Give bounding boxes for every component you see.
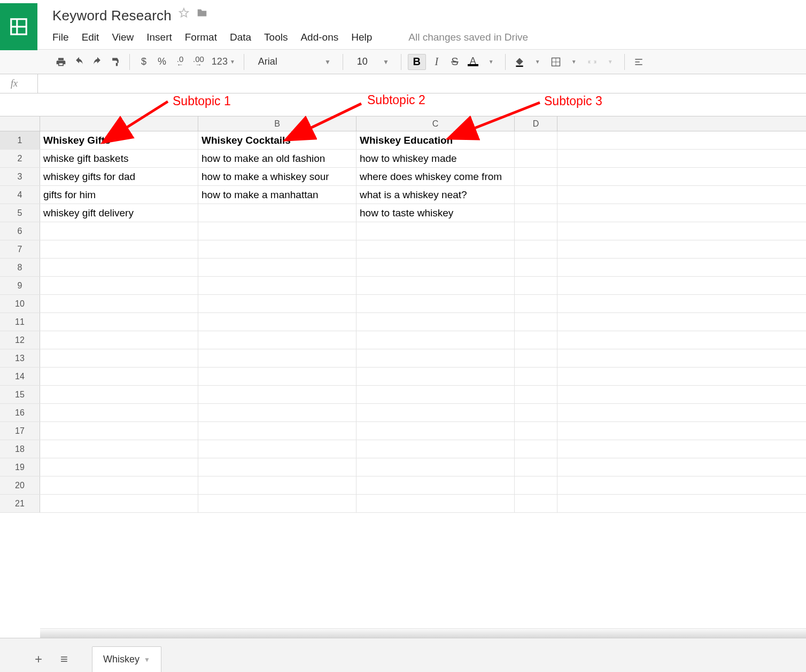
menu-format[interactable]: Format [185,32,217,43]
italic-button[interactable]: I [429,54,444,70]
menu-edit[interactable]: Edit [82,32,99,43]
cell-B14[interactable] [198,368,356,385]
cell-C5[interactable]: how to taste whiskey [356,204,515,222]
star-icon[interactable] [178,7,190,20]
format-currency-button[interactable]: $ [136,54,151,70]
cell-A6[interactable] [40,222,198,240]
row-header-7[interactable]: 7 [0,240,40,258]
cell-C8[interactable] [356,259,515,276]
cell-B12[interactable] [198,331,356,349]
column-header-C[interactable]: C [356,116,515,131]
cell-C17[interactable] [356,422,515,440]
cell-D8[interactable] [515,259,557,276]
menu-file[interactable]: File [52,32,69,43]
redo-button[interactable] [90,54,105,70]
cell-C7[interactable] [356,240,515,258]
cell-D12[interactable] [515,331,557,349]
cell-D14[interactable] [515,368,557,385]
cell-A3[interactable]: whiskey gifts for dad [40,168,198,185]
cell-C21[interactable] [356,495,515,512]
menu-data[interactable]: Data [230,32,251,43]
bold-button[interactable]: B [408,54,426,70]
cell-B4[interactable]: how to make a manhattan [198,186,356,204]
cell-C4[interactable]: what is a whiskey neat? [356,186,515,204]
cell-A13[interactable] [40,349,198,367]
cell-A19[interactable] [40,458,198,476]
cell-C2[interactable]: how to whiskey made [356,150,515,167]
cell-D20[interactable] [515,476,557,494]
cell-B18[interactable] [198,440,356,458]
menu-insert[interactable]: Insert [146,32,172,43]
cell-C19[interactable] [356,458,515,476]
row-header-2[interactable]: 2 [0,150,40,167]
text-color-caret[interactable]: ▼ [484,54,499,70]
cell-A15[interactable] [40,386,198,403]
horiz-align-button[interactable] [631,54,646,70]
cell-D9[interactable] [515,277,557,294]
cell-B17[interactable] [198,422,356,440]
cell-D13[interactable] [515,349,557,367]
increase-decimal-button[interactable]: .00 → [191,54,206,70]
cell-D1[interactable] [515,131,557,149]
cell-A7[interactable] [40,240,198,258]
cell-D21[interactable] [515,495,557,512]
cell-A8[interactable] [40,259,198,276]
cell-A11[interactable] [40,313,198,331]
row-header-6[interactable]: 6 [0,222,40,240]
cell-C14[interactable] [356,368,515,385]
row-header-20[interactable]: 20 [0,476,40,494]
all-sheets-button[interactable]: ≡ [51,646,77,672]
undo-button[interactable] [72,54,87,70]
paint-format-button[interactable] [108,54,123,70]
more-formats-button[interactable]: 123▼ [210,54,237,70]
cell-B2[interactable]: how to make an old fashion [198,150,356,167]
select-all-corner[interactable] [0,116,40,131]
row-header-19[interactable]: 19 [0,458,40,476]
cell-B1[interactable]: Whiskey Cocktails [198,131,356,149]
cell-C20[interactable] [356,476,515,494]
cell-A12[interactable] [40,331,198,349]
cell-C13[interactable] [356,349,515,367]
cell-D16[interactable] [515,404,557,421]
row-header-8[interactable]: 8 [0,259,40,276]
cell-A10[interactable] [40,295,198,312]
cell-A20[interactable] [40,476,198,494]
row-header-21[interactable]: 21 [0,495,40,512]
merge-cells-button[interactable] [585,54,600,70]
document-title[interactable]: Keyword Research [52,3,172,24]
row-header-3[interactable]: 3 [0,168,40,185]
cell-C11[interactable] [356,313,515,331]
cell-B16[interactable] [198,404,356,421]
cell-A16[interactable] [40,404,198,421]
cell-A18[interactable] [40,440,198,458]
cell-C6[interactable] [356,222,515,240]
cell-C18[interactable] [356,440,515,458]
cell-B10[interactable] [198,295,356,312]
cell-D15[interactable] [515,386,557,403]
cell-A21[interactable] [40,495,198,512]
cell-B9[interactable] [198,277,356,294]
print-button[interactable] [53,54,68,70]
text-color-button[interactable]: A [466,54,480,70]
cell-C16[interactable] [356,404,515,421]
menu-view[interactable]: View [112,32,134,43]
cell-D7[interactable] [515,240,557,258]
menu-tools[interactable]: Tools [264,32,288,43]
cell-A5[interactable]: whiskey gift delivery [40,204,198,222]
cell-D11[interactable] [515,313,557,331]
horizontal-scrollbar[interactable] [40,628,806,638]
row-header-1[interactable]: 1 [0,131,40,149]
cell-B3[interactable]: how to make a whiskey sour [198,168,356,185]
row-header-11[interactable]: 11 [0,313,40,331]
row-header-5[interactable]: 5 [0,204,40,222]
cell-B19[interactable] [198,458,356,476]
row-header-17[interactable]: 17 [0,422,40,440]
cell-C12[interactable] [356,331,515,349]
cell-B15[interactable] [198,386,356,403]
cell-B13[interactable] [198,349,356,367]
cell-D3[interactable] [515,168,557,185]
row-header-18[interactable]: 18 [0,440,40,458]
cell-D10[interactable] [515,295,557,312]
folder-icon[interactable] [196,7,208,20]
cell-D4[interactable] [515,186,557,204]
